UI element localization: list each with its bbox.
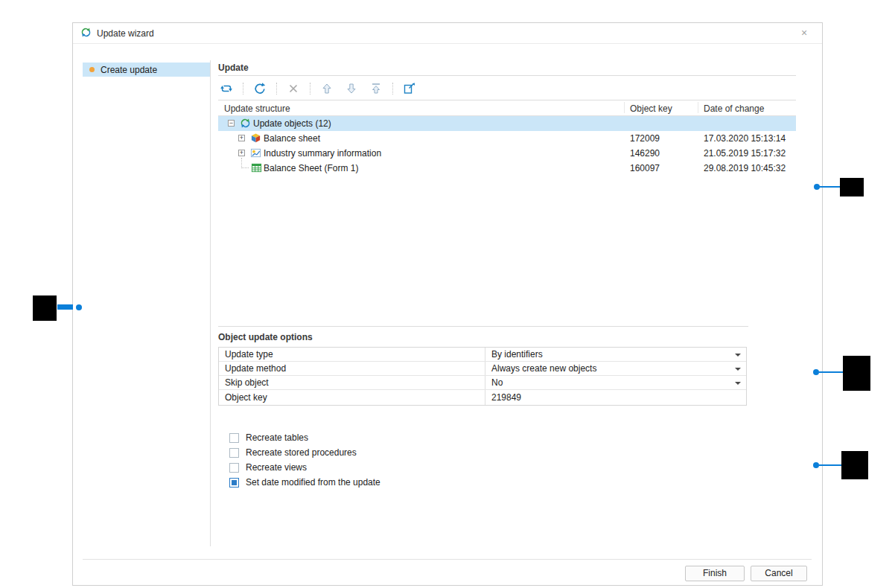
annotation-dot: [813, 369, 819, 375]
chart-icon: [250, 147, 261, 159]
move-down-icon[interactable]: [343, 80, 360, 97]
tree-column-headers: Update structure Object key Date of chan…: [218, 102, 796, 116]
column-header-object-key[interactable]: Object key: [630, 102, 672, 116]
option-row-update-type: Update type By identifiers: [219, 348, 746, 362]
refresh-icon[interactable]: [252, 80, 268, 97]
cancel-button[interactable]: Cancel: [751, 566, 807, 581]
option-row-object-key: Object key 219849: [219, 390, 746, 405]
checkbox-row-set-date-modified: Set date modified from the update: [229, 476, 380, 489]
object-key-cell: 160097: [630, 161, 660, 176]
set-date-modified-checkbox[interactable]: [229, 478, 239, 488]
tree-row-industry-summary[interactable]: + Industry summary information 146290 21…: [218, 146, 796, 161]
column-divider: [624, 102, 625, 113]
tree-row-label: Balance Sheet (Form 1): [264, 161, 358, 176]
option-label: Skip object: [225, 376, 269, 390]
chevron-down-icon[interactable]: [735, 368, 741, 374]
column-header-update-structure[interactable]: Update structure: [224, 102, 290, 116]
chevron-down-icon[interactable]: [735, 382, 741, 388]
update-wizard-dialog: Update wizard × Create update Update: [72, 22, 823, 586]
checkbox-label: Set date modified from the update: [246, 477, 380, 488]
move-to-top-icon[interactable]: [368, 80, 384, 97]
sidebar-item-label: Create update: [101, 65, 157, 75]
update-type-select[interactable]: By identifiers: [491, 348, 543, 362]
skip-object-select[interactable]: No: [491, 376, 503, 390]
checkbox-row-recreate-tables: Recreate tables: [229, 431, 308, 444]
checkbox-row-recreate-views: Recreate views: [229, 461, 307, 474]
page: Update wizard × Create update Update: [0, 0, 895, 588]
tree-row-balance-sheet[interactable]: + Balance sheet 172009 17.03.2020 15:13:…: [218, 131, 796, 146]
wizard-steps-sidebar: Create update: [83, 60, 211, 546]
checkbox-label: Recreate tables: [246, 432, 308, 443]
divider: [218, 100, 796, 100]
date-of-change-cell: 17.03.2020 15:13:14: [704, 131, 786, 146]
toolbar-separator: [392, 83, 393, 95]
dialog-titlebar: Update wizard ×: [73, 23, 822, 44]
chevron-down-icon[interactable]: [735, 354, 741, 359]
expand-icon[interactable]: +: [238, 150, 245, 156]
option-row-update-method: Update method Always create new objects: [219, 362, 746, 376]
option-label: Update method: [225, 362, 286, 376]
toolbar-separator: [243, 83, 243, 95]
divider: [218, 75, 796, 76]
tree-row-label: Industry summary information: [264, 146, 381, 161]
annotation-dot: [76, 304, 82, 310]
cube-icon: [250, 132, 261, 144]
object-key-cell: 172009: [630, 131, 660, 146]
annotation-redaction-box: [33, 295, 57, 321]
annotation-line: [819, 464, 841, 466]
update-method-select[interactable]: Always create new objects: [491, 362, 596, 376]
object-key-field[interactable]: 219849: [491, 390, 521, 405]
annotation-redaction-box: [840, 178, 864, 196]
option-label: Update type: [225, 348, 273, 362]
column-header-date-of-change[interactable]: Date of change: [704, 102, 764, 116]
date-of-change-cell: 29.08.2019 10:45:32: [704, 161, 786, 176]
annotation-line: [819, 371, 843, 373]
toolbar-separator: [310, 83, 310, 95]
recreate-views-checkbox[interactable]: [229, 463, 239, 473]
checkbox-row-recreate-stored-procedures: Recreate stored procedures: [229, 446, 357, 459]
tree-toolbar: [218, 79, 796, 98]
checkbox-label: Recreate views: [246, 462, 307, 473]
replace-icon[interactable]: [218, 80, 235, 97]
annotation-redaction-box: [841, 451, 868, 479]
tree-row-balance-sheet-form1[interactable]: Balance Sheet (Form 1) 160097 29.08.2019…: [218, 161, 796, 176]
sidebar-item-create-update[interactable]: Create update: [83, 63, 210, 77]
recreate-tables-checkbox[interactable]: [229, 433, 239, 443]
option-label: Object key: [225, 390, 267, 405]
collapse-icon[interactable]: −: [228, 120, 235, 127]
update-objects-icon: [240, 118, 251, 129]
options-section-title: Object update options: [218, 332, 313, 342]
close-icon[interactable]: ×: [798, 27, 810, 39]
recreate-stored-procedures-checkbox[interactable]: [229, 448, 239, 458]
divider: [218, 326, 748, 327]
move-up-icon[interactable]: [319, 80, 335, 97]
delete-icon[interactable]: [285, 80, 302, 97]
column-divider: [698, 102, 698, 113]
checkbox-label: Recreate stored procedures: [246, 447, 357, 458]
expand-icon[interactable]: +: [238, 135, 245, 141]
tree-row-update-objects[interactable]: − Update objects (12): [218, 116, 796, 131]
date-of-change-cell: 21.05.2019 15:17:32: [704, 146, 786, 161]
tree-connector: [241, 158, 249, 168]
tree-row-label: Update objects (12): [253, 116, 331, 131]
dialog-title: Update wizard: [97, 28, 154, 39]
edit-object-icon[interactable]: [401, 80, 418, 97]
object-update-options-table: Update type By identifiers Update method…: [218, 347, 747, 406]
finish-button[interactable]: Finish: [685, 566, 745, 581]
footer-divider: [83, 559, 812, 560]
annotation-line: [819, 186, 840, 188]
object-key-cell: 146290: [630, 146, 660, 161]
toolbar-separator: [276, 83, 277, 95]
step-bullet-icon: [89, 67, 95, 72]
tree-row-label: Balance sheet: [264, 131, 320, 146]
annotation-redaction-box: [843, 356, 870, 391]
update-wizard-icon: [80, 27, 92, 40]
table-icon: [251, 162, 262, 173]
annotation-dash: [57, 304, 73, 310]
update-section-title: Update: [218, 63, 249, 73]
annotation-dot: [813, 462, 819, 468]
option-row-skip-object: Skip object No: [219, 376, 746, 390]
